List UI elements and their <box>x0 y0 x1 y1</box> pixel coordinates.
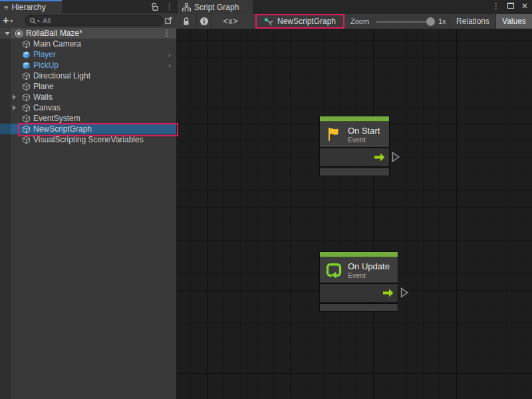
expand-arrow-icon[interactable] <box>13 94 16 100</box>
loop-icon <box>325 261 342 279</box>
prefab-icon <box>22 61 31 70</box>
hierarchy-list-icon: ≡ <box>4 3 8 11</box>
scene-menu-icon[interactable]: ⋮ <box>163 29 171 37</box>
gameobject-icon <box>22 93 31 102</box>
hierarchy-panel: ≡ Hierarchy ⋮ + ▾ ▾ Rol <box>0 0 176 399</box>
scene-name: RollaBall Maze* <box>26 29 82 38</box>
hierarchy-tab-label: Hierarchy <box>11 3 45 12</box>
lock-icon[interactable] <box>181 16 192 27</box>
node-header: On Start Event <box>320 122 389 147</box>
gameobject-icon <box>22 40 31 49</box>
hierarchy-item-walls[interactable]: Walls <box>0 92 176 102</box>
window-menu-icon[interactable]: ⋮ <box>492 2 500 10</box>
gameobject-icon <box>22 125 31 134</box>
zoom-slider-track[interactable] <box>376 21 434 23</box>
hierarchy-item-eventsystem[interactable]: EventSystem <box>0 113 176 124</box>
graph-name-button[interactable]: NewScriptGraph <box>255 14 344 29</box>
item-label: Plane <box>33 82 54 91</box>
gameobject-icon <box>22 104 31 112</box>
node-color-bar <box>320 252 398 257</box>
open-search-window-icon[interactable] <box>164 15 174 25</box>
node-body <box>320 284 398 302</box>
graph-hierarchy-icon <box>182 3 191 11</box>
zoom-label: Zoom <box>350 17 369 25</box>
hierarchy-item-pickup[interactable]: PickUp › <box>0 60 176 70</box>
hierarchy-tab-bar: ≡ Hierarchy ⋮ <box>0 0 176 13</box>
script-graph-tab-bar: Script Graph ⋮ ✕ <box>176 0 532 14</box>
on-start-output-port[interactable] <box>392 152 400 162</box>
node-subtitle: Event <box>348 136 380 144</box>
close-icon[interactable]: ✕ <box>521 1 528 11</box>
flag-icon <box>325 126 342 143</box>
item-label: Canvas <box>33 103 61 112</box>
search-input[interactable] <box>25 15 164 26</box>
item-label: PickUp <box>33 61 59 70</box>
hierarchy-item-main-camera[interactable]: Main Camera <box>0 39 176 49</box>
dropdown-arrow-icon: ▾ <box>10 18 13 24</box>
tab-script-graph[interactable]: Script Graph <box>178 0 253 14</box>
search-box: ▾ <box>25 15 164 26</box>
script-graph-asset-icon <box>264 17 273 26</box>
prefab-chevron-icon[interactable]: › <box>168 61 171 69</box>
script-graph-tab-label: Script Graph <box>194 3 239 12</box>
script-graph-toolbar: <x> NewScriptGraph Zoom 1x Relations Val… <box>176 14 532 29</box>
graph-canvas[interactable]: On Start Event On Update <box>176 29 532 399</box>
flow-arrow-icon[interactable] <box>382 289 394 297</box>
gameobject-icon <box>22 72 31 80</box>
prefab-icon <box>22 51 31 59</box>
create-object-button[interactable]: + ▾ <box>3 14 21 27</box>
graph-name-label: NewScriptGraph <box>277 17 336 26</box>
prefab-chevron-icon[interactable]: › <box>168 51 171 59</box>
maximize-icon[interactable] <box>507 3 514 9</box>
node-header: On Update Event <box>320 257 398 283</box>
hierarchy-menu-icon[interactable]: ⋮ <box>166 3 174 11</box>
hierarchy-item-canvas[interactable]: Canvas <box>0 102 176 113</box>
zoom-value: 1x <box>438 17 446 25</box>
hierarchy-item-plane[interactable]: Plane <box>0 81 176 92</box>
item-label: Walls <box>33 92 53 102</box>
zoom-slider-handle[interactable] <box>426 17 435 26</box>
unlock-icon[interactable] <box>151 3 159 11</box>
gameobject-icon <box>22 114 31 123</box>
item-label: Player <box>33 50 56 59</box>
hierarchy-item-newscriptgraph[interactable]: NewScriptGraph <box>0 124 176 134</box>
item-label: Directional Light <box>33 71 90 80</box>
item-label: EventSystem <box>33 114 80 123</box>
hierarchy-item-directional-light[interactable]: Directional Light <box>0 70 176 81</box>
node-on-start[interactable]: On Start Event <box>320 116 389 176</box>
item-label: VisualScripting SceneVariables <box>33 135 144 144</box>
node-title: On Start <box>348 126 380 136</box>
values-toggle-button[interactable]: Values <box>495 14 532 29</box>
plus-icon: + <box>3 15 9 26</box>
scene-collapse-arrow-icon[interactable] <box>5 32 10 35</box>
blackboard-variables-icon[interactable]: <x> <box>212 17 249 26</box>
script-graph-window: Script Graph ⋮ ✕ <x> NewScriptGraph Zoom… <box>176 0 532 399</box>
hierarchy-item-player[interactable]: Player › <box>0 49 176 60</box>
item-label: Main Camera <box>33 39 81 49</box>
node-on-update[interactable]: On Update Event <box>320 252 398 311</box>
flow-arrow-icon[interactable] <box>374 153 385 162</box>
node-body <box>320 148 389 166</box>
scene-header-rollaball-maze[interactable]: RollaBall Maze* ⋮ <box>0 28 176 39</box>
node-color-bar <box>320 116 389 122</box>
hierarchy-item-visualscripting-scenevariables[interactable]: VisualScripting SceneVariables <box>0 134 176 145</box>
node-footer <box>320 168 389 176</box>
gameobject-icon <box>22 136 31 144</box>
item-label: NewScriptGraph <box>33 124 92 134</box>
relations-toggle-button[interactable]: Relations <box>450 14 495 29</box>
tab-hierarchy[interactable]: ≡ Hierarchy <box>0 0 62 13</box>
expand-arrow-icon[interactable] <box>13 105 16 110</box>
gameobject-icon <box>22 82 31 91</box>
info-icon[interactable] <box>199 16 209 27</box>
node-title: On Update <box>348 261 390 271</box>
hierarchy-toolbar: + ▾ ▾ <box>0 13 176 28</box>
hierarchy-tree: Main Camera Player › PickUp › Directiona… <box>0 39 176 399</box>
node-footer <box>320 304 398 311</box>
unity-scene-icon <box>15 29 23 38</box>
node-subtitle: Event <box>348 271 390 279</box>
on-update-output-port[interactable] <box>400 287 409 298</box>
